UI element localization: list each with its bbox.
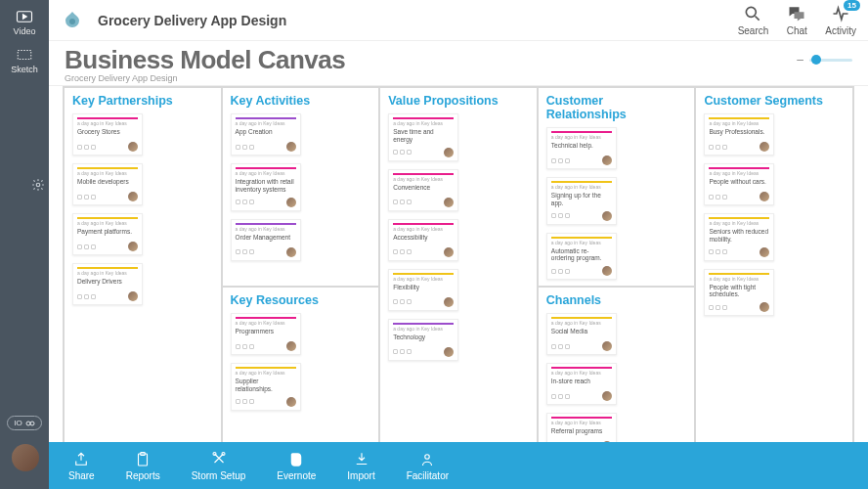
canvas-title: Business Model Canvas [65, 45, 797, 75]
activity-button[interactable]: 15 Activity [825, 4, 856, 36]
canvas-card[interactable]: a day ago in Key IdeasMobile developers [72, 163, 143, 205]
card-avatar [760, 192, 769, 201]
svg-point-3 [26, 422, 30, 425]
canvas-card[interactable]: a day ago in Key IdeasDelivery Drivers [72, 263, 143, 305]
evernote-button[interactable]: Evernote [277, 451, 316, 481]
card-avatar [128, 192, 138, 201]
io-pill[interactable]: IO [7, 416, 41, 430]
canvas-card[interactable]: a day ago in Key IdeasTechnical help. [546, 127, 617, 169]
canvas-card[interactable]: a day ago in Key IdeasSave time and ener… [388, 113, 458, 161]
canvas-card[interactable]: a day ago in Key IdeasIntegration with r… [231, 163, 301, 211]
card-avatar [444, 148, 454, 157]
card-avatar [760, 142, 769, 152]
reports-button[interactable]: Reports [126, 451, 160, 481]
search-icon [742, 4, 763, 23]
storm-setup-button[interactable]: Storm Setup [192, 451, 246, 481]
canvas-card[interactable]: a day ago in Key IdeasGrocery Stores [72, 113, 143, 156]
play-icon [16, 10, 33, 23]
canvas-card[interactable]: a day ago in Key IdeasSocial Media [546, 313, 617, 355]
canvas-card[interactable]: a day ago in Key IdeasSigning up for the… [546, 177, 617, 225]
canvas-card[interactable]: a day ago in Key IdeasSupplier relations… [231, 363, 301, 411]
user-avatar[interactable] [12, 444, 39, 471]
canvas-card[interactable]: a day ago in Key IdeasBusy Professionals… [704, 113, 774, 156]
svg-point-4 [30, 422, 34, 425]
canvas-card[interactable]: a day ago in Key IdeasTechnology [388, 319, 458, 361]
canvas-header: Business Model Canvas Grocery Delivery A… [49, 41, 868, 86]
card-avatar [128, 142, 138, 152]
card-avatar [444, 297, 454, 307]
cell-value-propositions[interactable]: Value Propositions a day ago in Key Idea… [379, 87, 538, 442]
canvas-card[interactable]: a day ago in Key IdeasSeniors with reduc… [704, 213, 774, 261]
evernote-icon [287, 451, 305, 468]
canvas-card[interactable]: a day ago in Key IdeasApp Creation [231, 113, 301, 156]
cell-key-activities[interactable]: Key Activities a day ago in Key IdeasApp… [222, 87, 380, 287]
chat-icon [786, 4, 807, 23]
project-title: Grocery Delivery App Design [98, 13, 286, 28]
card-avatar [602, 266, 612, 276]
canvas-card[interactable]: a day ago in Key IdeasOrder Management [231, 219, 301, 261]
cell-key-partnerships[interactable]: Key Partnerships a day ago in Key IdeasG… [64, 87, 222, 442]
canvas-card[interactable]: a day ago in Key IdeasAutomatic re-order… [546, 233, 617, 281]
rail-video-label: Video [14, 26, 36, 36]
facilitator-button[interactable]: Facilitator [407, 451, 449, 481]
activity-badge: 15 [844, 0, 860, 11]
card-avatar [760, 247, 769, 257]
card-avatar [286, 341, 296, 351]
canvas-card[interactable]: a day ago in Key IdeasProgrammers [231, 313, 301, 355]
svg-point-2 [36, 183, 40, 187]
cell-customer-relationships[interactable]: Customer Relationships a day ago in Key … [538, 87, 696, 287]
canvas-card[interactable]: a day ago in Key IdeasPeople without car… [704, 163, 774, 205]
canvas-area: Key Partnerships a day ago in Key IdeasG… [49, 86, 868, 442]
rail-video[interactable]: Video [0, 4, 49, 42]
import-icon [353, 451, 370, 468]
bottombar: Share Reports Storm Setup Evernote Impor… [49, 442, 868, 489]
left-rail: Video Sketch IO [0, 0, 49, 489]
canvas-card[interactable]: a day ago in Key IdeasPayment platforms. [72, 213, 143, 255]
rail-sketch[interactable]: Sketch [0, 42, 49, 80]
card-avatar [602, 156, 612, 165]
svg-point-6 [747, 7, 757, 17]
svg-point-5 [69, 19, 75, 24]
card-avatar [602, 391, 612, 401]
cell-customer-segments[interactable]: Customer Segments a day ago in Key Ideas… [695, 87, 853, 442]
card-avatar [128, 291, 138, 301]
gear-icon[interactable] [31, 178, 45, 192]
clipboard-icon [134, 451, 152, 468]
canvas-subtitle: Grocery Delivery App Design [65, 73, 797, 83]
rail-sketch-label: Sketch [11, 65, 38, 74]
share-button[interactable]: Share [68, 451, 95, 481]
card-avatar [444, 347, 454, 357]
tools-icon [210, 451, 228, 468]
card-avatar [286, 142, 296, 152]
card-avatar [128, 242, 138, 251]
canvas-card[interactable]: a day ago in Key IdeasPeople with tight … [704, 269, 774, 317]
cell-key-resources[interactable]: Key Resources a day ago in Key IdeasProg… [222, 287, 380, 442]
card-avatar [760, 302, 769, 312]
card-avatar [286, 247, 296, 257]
card-avatar [286, 397, 296, 407]
import-button[interactable]: Import [347, 451, 374, 481]
canvas-card[interactable]: a day ago in Key IdeasAccessibility [388, 219, 458, 261]
search-button[interactable]: Search [738, 4, 769, 36]
canvas-card[interactable]: a day ago in Key IdeasReferral programs [546, 413, 617, 442]
canvas-card[interactable]: a day ago in Key IdeasConvenience [388, 169, 458, 211]
topbar: Grocery Delivery App Design Search Chat … [49, 0, 868, 41]
zoom-minus-icon: – [797, 53, 803, 67]
card-avatar [602, 341, 612, 351]
zoom-slider[interactable]: – [797, 45, 852, 67]
card-avatar [286, 198, 296, 207]
svg-point-11 [425, 454, 430, 459]
main-area: Grocery Delivery App Design Search Chat … [49, 0, 868, 489]
card-avatar [602, 211, 612, 221]
share-icon [72, 451, 90, 468]
canvas-card[interactable]: a day ago in Key IdeasIn-store reach [546, 363, 617, 405]
app-logo-icon [61, 9, 84, 32]
chat-button[interactable]: Chat [786, 4, 807, 36]
person-icon [418, 451, 436, 468]
card-avatar [444, 247, 454, 257]
canvas-card[interactable]: a day ago in Key IdeasFlexibility [388, 269, 458, 311]
card-avatar [444, 198, 454, 207]
sketch-icon [16, 48, 33, 62]
svg-rect-1 [18, 51, 31, 60]
cell-channels[interactable]: Channels a day ago in Key IdeasSocial Me… [538, 287, 696, 442]
